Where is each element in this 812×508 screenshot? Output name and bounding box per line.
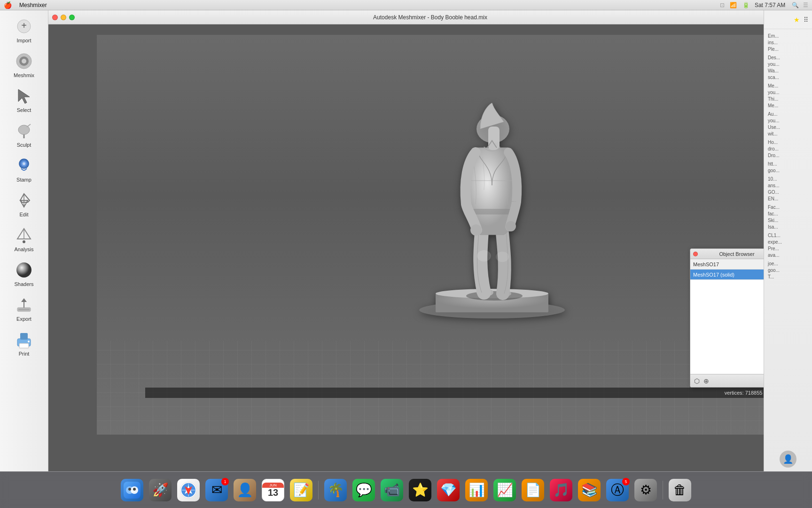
svg-line-8 (27, 124, 31, 127)
search-icon[interactable]: 🔍 (792, 2, 799, 8)
dock-contacts[interactable]: 👤 (232, 477, 258, 503)
iphoto-icon: 🌴 (324, 479, 347, 501)
dock-numbers[interactable]: 📈 (492, 477, 518, 503)
import-icon: + (14, 16, 34, 37)
wifi-icon[interactable]: 📶 (730, 2, 737, 8)
trash-icon: 🗑 (669, 479, 691, 501)
grid-icon[interactable]: ⠿ (804, 16, 808, 24)
dock-safari[interactable] (175, 477, 202, 503)
viewport[interactable]: vertices: 718855 triangles: 1437714 Obje… (97, 35, 812, 435)
notif-msg-3: Me...you...Thi...Me... (768, 83, 808, 109)
dock-music[interactable]: 🎵 (548, 477, 574, 503)
svg-point-45 (128, 488, 131, 491)
minimize-button[interactable] (61, 15, 66, 20)
dock-imovie[interactable]: ⭐ (407, 477, 433, 503)
keynote-icon: 📊 (465, 479, 488, 501)
toolbar-sculpt[interactable]: Sculpt (3, 118, 45, 151)
toolbar-analysis[interactable]: Analysis (3, 222, 45, 255)
notif-msg-6: htt...goo... (768, 161, 808, 174)
dock-keynote[interactable]: 📊 (463, 477, 490, 503)
ob-mesh-icon[interactable]: ⬡ (694, 377, 700, 385)
dock-mail[interactable]: ✉ 1 (203, 477, 230, 503)
dock-facetime[interactable]: 📹 (379, 477, 405, 503)
dock-finder[interactable] (119, 477, 145, 503)
user-avatar-area: 👤 (764, 447, 812, 471)
svg-marker-5 (18, 89, 30, 103)
safari-icon (177, 479, 200, 501)
toolbar-shaders[interactable]: Shaders (3, 257, 45, 290)
export-icon (14, 294, 34, 315)
toolbar-select[interactable]: Select (3, 83, 45, 116)
user-avatar[interactable]: 👤 (780, 451, 796, 468)
notif-msg-4: Au...you...Use...wit... (768, 111, 808, 137)
app-title-bar: Autodesk Meshmixer - Body Booble head.mi… (48, 10, 812, 24)
clock: Sat 7:57 AM (755, 2, 785, 8)
toolbar-import[interactable]: + Import (3, 13, 45, 46)
messages-icon: 💬 (352, 479, 375, 501)
toolbar-stamp[interactable]: Stamp (3, 152, 45, 185)
dock-appstore[interactable]: Ⓐ 5 (604, 477, 631, 503)
system-status-icons: ⊡ 📶 🔋 Sat 7:57 AM 🔍 ☰ (720, 2, 808, 8)
dock-notes[interactable]: 📝 (288, 477, 314, 503)
toolbar-edit[interactable]: Edit (3, 187, 45, 220)
dock-separator-2 (663, 481, 663, 500)
dock-calendar[interactable]: JUN 13 (260, 477, 286, 503)
notif-body: Em...ins...Ple... Des...you...Wa...sca..… (764, 29, 812, 447)
dock-separator-1 (318, 481, 319, 500)
notif-msg-2: Des...you...Wa...sca... (768, 55, 808, 81)
mail-badge: 1 (221, 478, 229, 485)
dock-sysprefs[interactable]: ⚙ (632, 477, 659, 503)
close-button[interactable] (52, 15, 58, 20)
stamp-icon (14, 155, 34, 176)
toolbar-print[interactable]: Print (3, 326, 45, 359)
calendar-icon: JUN 13 (262, 479, 284, 501)
stamp-label: Stamp (16, 177, 31, 183)
dock-sketchup[interactable]: 💎 (435, 477, 461, 503)
svg-rect-26 (20, 333, 28, 340)
apple-menu[interactable]: 🍎 (4, 1, 12, 9)
dock-messages[interactable]: 💬 (351, 477, 377, 503)
analysis-icon (14, 225, 34, 246)
menu-meshmixer[interactable]: Meshmixer (19, 2, 47, 8)
app-window-title: Autodesk Meshmixer - Body Booble head.mi… (373, 14, 487, 21)
notification-icon[interactable]: ☰ (803, 2, 808, 8)
facetime-icon: 📹 (381, 479, 403, 501)
toolbar-export[interactable]: Export (3, 292, 45, 325)
dock-launchpad[interactable]: 🚀 (147, 477, 173, 503)
notif-msg-10: joe...goo...T... (768, 261, 808, 280)
contacts-icon: 👤 (234, 479, 256, 501)
meshmix-icon (14, 51, 34, 71)
analysis-label: Analysis (15, 246, 34, 252)
object-browser-close[interactable] (693, 252, 698, 256)
ob-footer-left-icons: ⬡ ⊕ (694, 377, 709, 385)
dock-iphoto[interactable]: 🌴 (322, 477, 349, 503)
left-toolbar: + Import Meshmix Select (0, 10, 48, 471)
pages-icon: 📄 (522, 479, 544, 501)
svg-rect-35 (471, 209, 513, 214)
numbers-icon: 📈 (493, 479, 516, 501)
select-icon (14, 86, 34, 106)
edit-icon (14, 190, 34, 211)
edit-label: Edit (20, 212, 29, 217)
mac-dock: 🚀 ✉ 1 👤 JUN 13 📝 (0, 471, 812, 508)
notif-msg-1: Em...ins...Ple... (768, 33, 808, 53)
svg-point-19 (23, 240, 25, 243)
toolbar-meshmix[interactable]: Meshmix (3, 48, 45, 81)
notif-msg-9: CL1...expe...Pre...ava... (768, 232, 808, 259)
airplay-icon[interactable]: ⊡ (720, 2, 725, 8)
svg-rect-27 (19, 343, 29, 348)
maximize-button[interactable] (69, 15, 75, 20)
sculpt-label: Sculpt (17, 142, 31, 148)
dock-pages[interactable]: 📄 (520, 477, 546, 503)
dock-books[interactable]: 📚 (576, 477, 602, 503)
svg-point-46 (133, 488, 136, 491)
battery-icon[interactable]: 🔋 (742, 2, 750, 8)
ob-add-icon[interactable]: ⊕ (703, 377, 709, 385)
star-icon[interactable]: ★ (794, 16, 800, 24)
notif-msg-7: 10...ans...GO...EN... (768, 176, 808, 202)
svg-point-28 (28, 341, 30, 342)
notif-msg-8: Fac...fac...Ski...Isa... (768, 204, 808, 230)
select-label: Select (17, 107, 31, 113)
dock-trash[interactable]: 🗑 (667, 477, 693, 503)
imovie-icon: ⭐ (409, 479, 431, 501)
